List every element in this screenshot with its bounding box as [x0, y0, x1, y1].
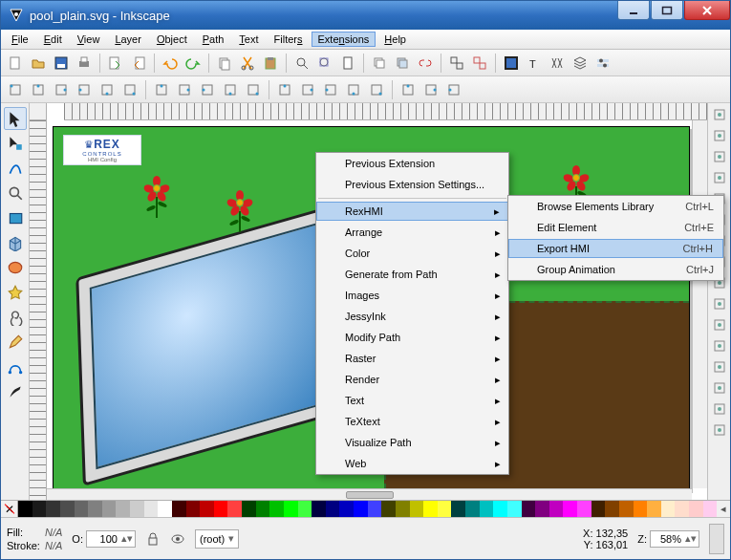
swatch[interactable]	[256, 501, 270, 517]
swatch[interactable]	[88, 501, 102, 517]
swatch[interactable]	[242, 501, 256, 517]
layers-icon[interactable]	[570, 53, 591, 74]
swatch[interactable]	[423, 501, 438, 517]
snap-btn-0[interactable]	[712, 107, 727, 122]
scrollbar-horizontal[interactable]	[47, 488, 692, 500]
toolbar2-btn-7[interactable]	[151, 79, 172, 100]
close-button[interactable]	[684, 1, 730, 20]
toolbar2-btn-16[interactable]	[343, 79, 364, 100]
toolbar2-btn-0[interactable]	[5, 79, 26, 100]
zoom-page-icon[interactable]	[337, 53, 358, 74]
swatch[interactable]	[634, 501, 648, 517]
zoom-tool[interactable]	[4, 182, 27, 205]
swatch[interactable]	[507, 501, 522, 517]
menu-object[interactable]: Object	[150, 32, 194, 47]
swatch[interactable]	[549, 501, 564, 517]
swatch[interactable]	[227, 501, 242, 517]
toolbar2-btn-15[interactable]	[320, 79, 341, 100]
swatch[interactable]	[354, 501, 368, 517]
layer-selector[interactable]: (root)▾	[195, 529, 239, 549]
menu-text[interactable]: Text	[232, 32, 265, 47]
rexhmi-menu-item[interactable]: Group AnimationCtrl+J	[508, 259, 723, 280]
ext-menu-item[interactable]: TeXtext▸	[316, 411, 508, 432]
snap-btn-10[interactable]	[712, 317, 727, 333]
toolbar2-btn-14[interactable]	[297, 79, 318, 100]
select-tool[interactable]	[4, 107, 27, 130]
swatch[interactable]	[60, 501, 75, 517]
menu-extensions[interactable]: Extensions	[312, 32, 376, 47]
swatch[interactable]	[381, 501, 396, 517]
menu-view[interactable]: View	[71, 32, 107, 47]
calligraphy-tool[interactable]	[4, 380, 27, 403]
swatch[interactable]	[158, 501, 172, 517]
swatch[interactable]	[410, 501, 424, 517]
rect-tool[interactable]	[4, 206, 27, 229]
toolbar2-btn-9[interactable]	[197, 79, 218, 100]
menu-edit[interactable]: Edit	[37, 32, 69, 47]
ext-menu-item[interactable]: Render▸	[316, 369, 508, 390]
toolbar2-btn-5[interactable]	[119, 79, 140, 100]
swatch[interactable]	[144, 501, 159, 517]
ext-menu-item[interactable]: Modify Path▸	[316, 327, 508, 348]
snap-btn-12[interactable]	[712, 359, 727, 375]
swatch[interactable]	[46, 501, 60, 517]
open-icon[interactable]	[28, 53, 49, 74]
zoom-spinner[interactable]: ▴▾	[650, 530, 699, 548]
3dbox-tool[interactable]	[4, 231, 27, 254]
toolbar2-btn-2[interactable]	[51, 79, 72, 100]
rexhmi-menu-item[interactable]: Edit ElementCtrl+E	[508, 217, 723, 238]
lock-icon[interactable]	[145, 531, 161, 547]
snap-btn-13[interactable]	[712, 380, 727, 396]
spiral-tool[interactable]	[4, 306, 27, 329]
ext-menu-item[interactable]: Color▸	[316, 243, 508, 264]
copy-icon[interactable]	[214, 53, 235, 74]
toolbar2-btn-21[interactable]	[443, 79, 464, 100]
swatch[interactable]	[102, 501, 117, 517]
pencil-tool[interactable]	[4, 331, 27, 354]
maximize-button[interactable]	[651, 1, 683, 20]
opacity-spinner[interactable]: ▴▾	[86, 530, 136, 548]
new-file-icon[interactable]	[5, 53, 26, 74]
ellipse-tool[interactable]	[4, 256, 27, 279]
node-tool[interactable]	[4, 132, 27, 155]
ext-menu-item[interactable]: Visualize Path▸	[316, 432, 508, 453]
eye-icon[interactable]	[170, 531, 185, 547]
redo-icon[interactable]	[183, 53, 204, 74]
swatch[interactable]	[200, 501, 214, 517]
resize-grip[interactable]	[709, 524, 724, 554]
swatch[interactable]	[647, 501, 661, 517]
import-icon[interactable]	[105, 53, 126, 74]
minimize-button[interactable]	[617, 1, 650, 20]
clone-icon[interactable]	[392, 53, 413, 74]
swatch[interactable]	[619, 501, 634, 517]
palette-menu-icon[interactable]: ◂	[717, 501, 730, 517]
swatch[interactable]	[689, 501, 703, 517]
rexhmi-menu-item[interactable]: Browse Elements LibraryCtrl+L	[508, 196, 723, 217]
duplicate-icon[interactable]	[369, 53, 390, 74]
zoom-fit-icon[interactable]	[291, 53, 312, 74]
menu-path[interactable]: Path	[196, 32, 231, 47]
menu-file[interactable]: File	[5, 32, 35, 47]
scrollbar-vertical[interactable]	[692, 120, 707, 488]
unlink-icon[interactable]	[415, 53, 436, 74]
toolbar2-btn-13[interactable]	[274, 79, 295, 100]
ext-menu-item[interactable]: Generate from Path▸	[316, 264, 508, 285]
swatch[interactable]	[661, 501, 676, 517]
swatch[interactable]	[535, 501, 549, 517]
ext-menu-item[interactable]: JessyInk▸	[316, 306, 508, 327]
fill-stroke-icon[interactable]	[501, 53, 522, 74]
swatch[interactable]	[465, 501, 480, 517]
swatch[interactable]	[186, 501, 201, 517]
menu-filters[interactable]: Filters	[268, 32, 310, 47]
snap-btn-2[interactable]	[712, 149, 727, 164]
swatch[interactable]	[522, 501, 536, 517]
menu-help[interactable]: Help	[377, 32, 413, 47]
swatch[interactable]	[326, 501, 340, 517]
swatch[interactable]	[591, 501, 606, 517]
ext-menu-item[interactable]: RexHMI▸	[316, 202, 508, 221]
swatch[interactable]	[75, 501, 89, 517]
swatch[interactable]	[116, 501, 130, 517]
swatch-none[interactable]: ✕	[1, 501, 18, 517]
swatch[interactable]	[438, 501, 452, 517]
print-icon[interactable]	[74, 53, 95, 74]
